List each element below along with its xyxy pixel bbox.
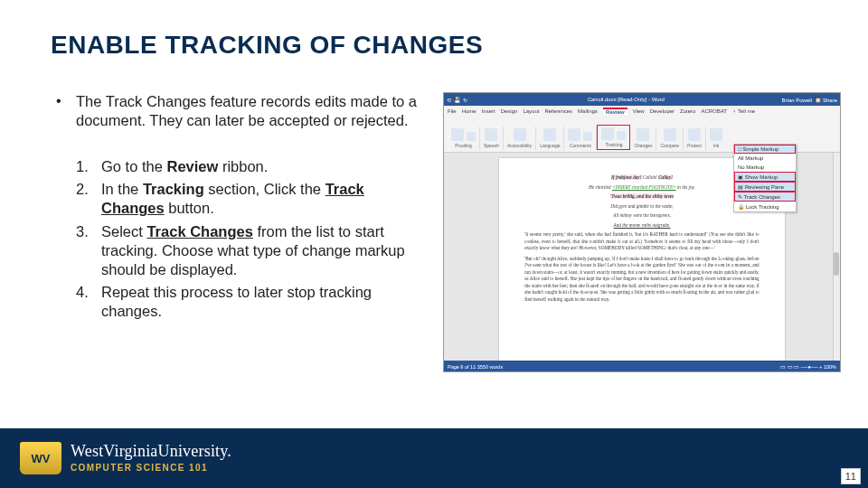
- status-bar: Page 9 of 11 3550 words ▭ ▭ ▭ ──●── + 10…: [444, 361, 840, 372]
- content-row: The Track Changes feature records edits …: [0, 60, 868, 372]
- wvu-logo: WV WestVirginiaUniversity. COMPUTER SCIE…: [20, 442, 231, 474]
- ribbon-group-label: Protect: [687, 143, 702, 148]
- spelling-icon[interactable]: [451, 128, 464, 141]
- step-1: 1. Go to the Review ribbon.: [76, 157, 427, 176]
- intro-bullet: The Track Changes feature records edits …: [51, 92, 427, 130]
- tab-review[interactable]: Review: [603, 108, 627, 115]
- dd-all-markup[interactable]: All Markup: [734, 154, 796, 163]
- step-bold-underline: Track Changes: [146, 223, 252, 239]
- step-text: button.: [165, 200, 214, 216]
- step-number: 3.: [76, 222, 89, 241]
- right-column: ⟲💾↻ Carroll.docx [Read-Only] - Word Bria…: [427, 92, 841, 372]
- word-title-bar: ⟲💾↻ Carroll.docx [Read-Only] - Word Bria…: [444, 93, 840, 106]
- tab-layout[interactable]: Layout: [523, 108, 539, 114]
- doc-paragraph: 'It seems very pretty,' she said, when s…: [524, 231, 759, 252]
- word-screenshot: ⟲💾↻ Carroll.docx [Read-Only] - Word Bria…: [443, 92, 841, 372]
- markup-dropdown-icon[interactable]: [617, 131, 626, 140]
- check-accessibility-icon[interactable]: [514, 128, 526, 141]
- step-text: In the: [101, 181, 143, 197]
- left-column: The Track Changes feature records edits …: [51, 92, 427, 372]
- doc-line: If frabjous day! Calloh! Callay!: [524, 174, 759, 182]
- tab-design[interactable]: Design: [501, 108, 518, 114]
- ribbon-group-label: Tracking: [605, 142, 622, 147]
- university-name: WestVirginiaUniversity.: [71, 442, 231, 461]
- ribbon-group-changes: Changes: [630, 127, 656, 150]
- ink-icon[interactable]: [710, 128, 722, 141]
- ribbon-group-proofing: Proofing: [448, 127, 480, 150]
- status-right: ▭ ▭ ▭ ──●── + 100%: [780, 364, 836, 370]
- ribbon-tabs: File Home Insert Design Layout Reference…: [444, 106, 840, 117]
- step-text: ribbon.: [218, 158, 268, 174]
- step-number: 4.: [76, 283, 89, 302]
- step-text: Repeat this process to later stop tracki…: [101, 284, 372, 319]
- quick-access-toolbar: ⟲💾↻: [447, 97, 470, 103]
- department-name: COMPUTER SCIENCE 101: [71, 461, 231, 473]
- step-text: section, Click the: [204, 181, 326, 197]
- dd-no-markup[interactable]: No Markup: [734, 163, 796, 172]
- thesaurus-icon[interactable]: [467, 132, 476, 141]
- dd-lock-tracking[interactable]: 🔒 Lock Tracking: [734, 202, 796, 211]
- slide-title: ENABLE TRACKING OF CHANGES: [0, 0, 868, 60]
- scrollbar-thumb[interactable]: [834, 252, 839, 276]
- dd-simple-markup[interactable]: □ Simple Markup: [734, 145, 796, 154]
- doc-line: And the mome raths outgrabe.: [524, 222, 759, 230]
- tab-mailings[interactable]: Mailings: [578, 108, 598, 114]
- language-icon[interactable]: [543, 128, 556, 141]
- tab-acrobat[interactable]: ACROBAT: [701, 108, 727, 114]
- tab-file[interactable]: File: [448, 108, 457, 114]
- dd-show-markup[interactable]: ▣ Show Markup: [734, 172, 796, 182]
- ribbon-group-label: Ink: [713, 143, 720, 148]
- new-comment-icon[interactable]: [568, 128, 580, 141]
- ribbon-group-compare: Compare: [656, 127, 684, 150]
- step-bold: Review: [166, 158, 218, 174]
- ribbon-group-label: Accessibility: [507, 143, 532, 148]
- step-number: 1.: [76, 157, 89, 176]
- protect-icon[interactable]: [688, 128, 701, 141]
- ribbon-group-comments: Comments: [564, 127, 597, 150]
- dd-reviewing-pane[interactable]: ▤ Reviewing Pane: [734, 182, 796, 192]
- read-aloud-icon[interactable]: [485, 128, 497, 141]
- accept-icon[interactable]: [637, 128, 649, 141]
- ribbon-group-ink: Ink: [706, 127, 726, 150]
- ribbon-group-label: Proofing: [455, 143, 472, 148]
- step-text: Select: [101, 223, 146, 239]
- document-title: Carroll.docx [Read-Only] - Word: [470, 97, 782, 102]
- tab-home[interactable]: Home: [462, 108, 476, 114]
- tab-view[interactable]: View: [633, 108, 645, 114]
- tab-references[interactable]: References: [544, 108, 572, 114]
- step-3: 3. Select Track Changes from the list to…: [76, 222, 427, 279]
- ribbon-group-accessibility: Accessibility: [504, 127, 536, 150]
- slide-number: 11: [841, 468, 861, 484]
- doc-line: He chortled <INSERT chortled FOOTNOTE> i…: [524, 184, 759, 192]
- step-2: 2. In the Tracking section, Click the Tr…: [76, 180, 427, 218]
- steps-list: 1. Go to the Review ribbon. 2. In the Tr…: [51, 157, 427, 321]
- wvu-text: WestVirginiaUniversity. COMPUTER SCIENCE…: [71, 442, 231, 473]
- doc-line: 'Twas brillig, and the slithy toves: [524, 193, 759, 201]
- tab-developer[interactable]: Developer: [650, 108, 675, 114]
- tell-me[interactable]: ♀ Tell me: [732, 108, 760, 114]
- ribbon-group-label: Compare: [660, 143, 679, 148]
- ribbon-group-speech: Speech: [480, 127, 504, 150]
- vertical-scrollbar[interactable]: [833, 153, 840, 361]
- ribbon-group-label: Comments: [570, 143, 591, 148]
- ribbon-group-language: Language: [536, 127, 564, 150]
- compare-icon[interactable]: [664, 128, 676, 141]
- track-changes-button[interactable]: [601, 127, 614, 140]
- doc-line: Did gyre and gimble in the wabe;: [524, 203, 759, 211]
- ribbon-group-protect: Protect: [684, 127, 706, 150]
- ribbon-group-tracking-highlighted: Tracking: [597, 125, 630, 150]
- tab-insert[interactable]: Insert: [482, 108, 495, 114]
- show-comments-icon[interactable]: [583, 132, 592, 141]
- doc-line: All mimsy were the borogoves,: [524, 212, 759, 220]
- ribbon-group-label: Speech: [484, 143, 499, 148]
- ribbon-group-label: Language: [540, 143, 560, 148]
- wvu-flying-wv-icon: WV: [20, 442, 61, 474]
- tab-zotero[interactable]: Zotero: [680, 108, 695, 114]
- step-number: 2.: [76, 180, 89, 199]
- ribbon-group-label: Changes: [634, 143, 652, 148]
- dd-track-changes[interactable]: ✎ Track Changes: [734, 192, 796, 202]
- step-text: Go to the: [101, 158, 166, 174]
- doc-paragraph: 'But oh!' thought Alice, suddenly jumpin…: [524, 256, 759, 304]
- step-bold: Tracking: [143, 181, 204, 197]
- title-bar-right: Brian Powell 🔲 Share: [782, 97, 837, 103]
